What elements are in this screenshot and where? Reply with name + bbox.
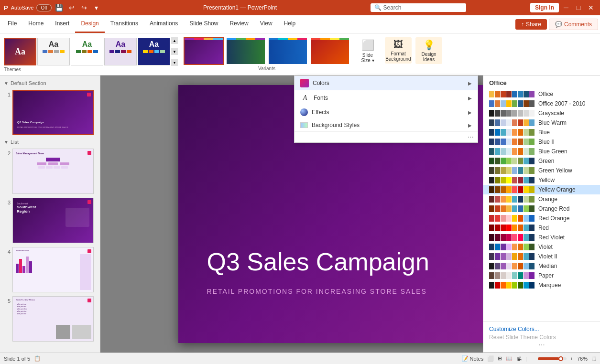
maximize-button[interactable]: □ <box>573 2 584 13</box>
zoom-out-btn[interactable]: − <box>531 356 534 362</box>
section-list[interactable]: ▼ List <box>2 138 98 148</box>
format-bg-icon: 🖼 <box>393 39 403 50</box>
zoom-in-btn[interactable]: + <box>570 356 573 362</box>
color-row-8[interactable]: Green Yellow <box>483 166 600 175</box>
search-icon: 🔍 <box>374 4 382 11</box>
color-row-6[interactable]: Blue Green <box>483 147 600 156</box>
effects-icon <box>300 108 308 116</box>
menu-home[interactable]: Home <box>22 15 49 33</box>
menu-file[interactable]: File <box>2 15 22 33</box>
slide1-tag <box>87 93 91 96</box>
variant-3[interactable] <box>268 37 308 65</box>
color-row-12[interactable]: Orange Red <box>483 204 600 214</box>
zoom-slider[interactable] <box>538 357 567 360</box>
slide5-title: Santa Fe, New Mexico <box>16 299 35 301</box>
color-row-4[interactable]: Blue <box>483 128 600 137</box>
menu-animations[interactable]: Animations <box>144 15 184 33</box>
undo-icon[interactable]: ↩ <box>67 3 76 12</box>
slide-thumb-3[interactable]: Southwest SouthwestRegion <box>12 198 94 243</box>
theme-item-2[interactable]: Aa <box>37 38 70 65</box>
dropdown-effects[interactable]: Effects ▶ <box>295 106 478 119</box>
comments-button[interactable]: 💬 Comments <box>549 19 598 30</box>
color-row-19[interactable]: Paper <box>483 271 600 280</box>
background-icon <box>300 122 308 128</box>
redo-icon[interactable]: ↪ <box>79 3 89 12</box>
menu-slideshow[interactable]: Slide Show <box>184 15 224 33</box>
variant-4[interactable] <box>310 37 350 65</box>
color-row-9[interactable]: Yellow <box>483 175 600 185</box>
colors-panel: Office OfficeOffice 2007 - 2010Grayscale… <box>483 75 600 353</box>
color-row-20[interactable]: Marquee <box>483 280 600 290</box>
reading-view-icon[interactable]: 📖 <box>506 355 513 362</box>
slide-main-title: Q3 Sales Campaign <box>207 247 494 276</box>
customize-icon[interactable]: ▾ <box>92 3 101 12</box>
slide-thumb-2[interactable]: Sales Management Team <box>12 149 94 194</box>
menu-insert[interactable]: Insert <box>49 15 75 33</box>
menu-transitions[interactable]: Transitions <box>105 15 144 33</box>
color-name-18: Median <box>538 263 557 269</box>
menu-view[interactable]: View <box>254 15 278 33</box>
slide-thumb-container-5: 5 Santa Fe, New Mexico • bullet point on… <box>2 295 98 343</box>
swatches-8 <box>489 167 535 174</box>
color-row-10[interactable]: Yellow Orange <box>483 185 600 194</box>
dropdown-colors[interactable]: Colors ▶ <box>295 76 478 90</box>
color-name-0: Office <box>538 91 553 97</box>
theme-scroll-more[interactable]: ▾ <box>171 59 178 66</box>
share-button[interactable]: ↑ Share <box>515 19 547 30</box>
color-row-17[interactable]: Violet II <box>483 252 600 261</box>
dropdown-fonts-arrow: ▶ <box>468 96 472 101</box>
theme-scroll-down[interactable]: ▼ <box>171 48 178 55</box>
color-row-3[interactable]: Blue Warm <box>483 118 600 128</box>
slide-thumb-1[interactable]: Q3 Sales Campaign RETAIL PROMOTIONS FOR … <box>12 90 94 135</box>
save-icon[interactable]: 💾 <box>55 3 64 12</box>
format-background-button[interactable]: 🖼 Format Background <box>385 37 412 64</box>
menu-help[interactable]: Help <box>278 15 302 33</box>
color-row-2[interactable]: Grayscale <box>483 108 600 118</box>
color-row-1[interactable]: Office 2007 - 2010 <box>483 99 600 108</box>
dropdown-background[interactable]: Background Styles ▶ <box>295 119 478 131</box>
search-box[interactable]: 🔍 Search <box>371 3 466 12</box>
color-row-0[interactable]: Office <box>483 89 600 99</box>
fit-window-btn[interactable]: ⬚ <box>591 355 596 362</box>
color-name-9: Yellow <box>538 177 555 183</box>
slide-size-button[interactable]: ⬜ SlideSize ▾ <box>354 37 381 65</box>
theme-item-5[interactable]: Aa <box>138 38 170 65</box>
autosave-toggle[interactable]: Off <box>36 4 51 11</box>
theme-scroll-up[interactable]: ▲ <box>171 37 178 44</box>
signin-button[interactable]: Sign in <box>530 3 559 12</box>
swatches-16 <box>489 244 535 250</box>
slide-thumb-4[interactable]: Southwest Data <box>12 247 94 292</box>
dropdown-fonts[interactable]: A Fonts ▶ <box>295 90 478 106</box>
color-row-13[interactable]: Red Orange <box>483 214 600 223</box>
presenter-view-icon[interactable]: 📽 <box>516 356 522 362</box>
section-default[interactable]: ▼ Default Section <box>2 79 98 89</box>
colors-panel-scroll[interactable]: Office OfficeOffice 2007 - 2010Grayscale… <box>483 75 600 321</box>
color-row-14[interactable]: Red <box>483 223 600 233</box>
color-row-15[interactable]: Red Violet <box>483 233 600 242</box>
close-button[interactable]: ✕ <box>586 2 596 13</box>
color-row-5[interactable]: Blue II <box>483 137 600 147</box>
slide-thumb-5[interactable]: Santa Fe, New Mexico • bullet point one … <box>12 296 94 342</box>
theme-item-3[interactable]: Aa <box>71 38 103 65</box>
minimize-button[interactable]: ─ <box>561 2 571 13</box>
variant-1[interactable] <box>184 37 224 65</box>
slide4-tag <box>87 249 91 253</box>
theme-item-4[interactable]: Aa <box>104 38 137 65</box>
slide-sorter-icon[interactable]: ⊞ <box>498 355 502 362</box>
theme-scroll[interactable]: ▲ ▼ ▾ <box>171 37 178 66</box>
color-row-11[interactable]: Orange <box>483 194 600 204</box>
slide2-title: Sales Management Team <box>16 152 44 155</box>
menu-review[interactable]: Review <box>224 15 254 33</box>
color-row-16[interactable]: Violet <box>483 242 600 252</box>
notes-button[interactable]: 📝 Notes <box>462 355 483 362</box>
color-row-7[interactable]: Green <box>483 156 600 166</box>
color-row-18[interactable]: Median <box>483 261 600 271</box>
design-ideas-button[interactable]: 💡 Design Ideas <box>415 37 442 64</box>
color-name-10: Yellow Orange <box>538 186 576 193</box>
menu-design[interactable]: Design <box>75 15 104 33</box>
normal-view-icon[interactable]: ⬜ <box>487 355 494 362</box>
slide5-map-small <box>56 325 70 339</box>
theme-item-1[interactable]: Aa <box>4 38 36 65</box>
variant-2[interactable] <box>226 37 266 65</box>
zoom-handle[interactable] <box>558 356 563 361</box>
